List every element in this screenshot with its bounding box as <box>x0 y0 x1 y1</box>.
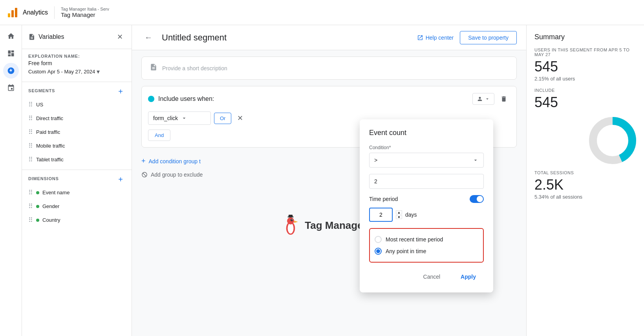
value-input[interactable] <box>369 174 484 189</box>
drag-icon: ⠿ <box>28 156 33 163</box>
svg-rect-9 <box>288 217 294 217</box>
drag-icon: ⠿ <box>28 216 33 224</box>
segments-header: SEGMENTS + <box>22 85 132 98</box>
nav-sidebar <box>0 25 22 336</box>
days-decrement-button[interactable]: ▼ <box>396 215 402 219</box>
include-count: 545 <box>534 94 636 111</box>
svg-point-4 <box>288 223 294 234</box>
help-center-button[interactable]: Help center <box>417 35 454 41</box>
drag-icon: ⠿ <box>28 189 33 196</box>
total-sessions-label: TOTAL SESSIONS <box>534 170 636 175</box>
days-value-input[interactable] <box>369 208 393 222</box>
list-item[interactable]: ⠿ Direct traffic <box>22 111 132 125</box>
list-item[interactable]: ⠿ Paid traffic <box>22 125 132 139</box>
description-placeholder: Provide a short description <box>162 65 227 71</box>
nav-reports-button[interactable] <box>3 46 19 61</box>
radio-label-most-recent: Most recent time period <box>386 236 443 243</box>
dimensions-section: DIMENSIONS + ⠿ Event name ⠿ Gender ⠿ Cou… <box>22 170 132 336</box>
time-period-toggle[interactable] <box>470 195 484 203</box>
back-button[interactable]: ← <box>141 31 156 45</box>
description-icon <box>150 63 157 73</box>
list-item[interactable]: ⠿ Mobile traffic <box>22 139 132 153</box>
users-label: USERS IN THIS SEGMENT FROM APR 5 TO MAY … <box>534 47 636 57</box>
event-count-modal: Event count Condition* > Time period ▲ ▼… <box>360 119 493 292</box>
add-condition-group-label: Add condition group t <box>149 158 201 164</box>
segment-label: Mobile traffic <box>36 143 65 149</box>
total-sessions-count: 2.5K <box>534 177 636 193</box>
drag-icon: ⠿ <box>28 203 33 210</box>
nav-segment-button[interactable] <box>3 80 19 96</box>
cancel-button[interactable]: Cancel <box>417 270 447 283</box>
or-button[interactable]: Or <box>214 113 231 124</box>
add-dimension-button[interactable]: + <box>116 175 125 184</box>
property-info: Tag Manager Italia - Serv Tag Manager <box>61 7 109 18</box>
variables-header: Variables ✕ <box>22 25 132 49</box>
dimension-color-dot <box>36 219 39 222</box>
list-item[interactable]: ⠿ US <box>22 98 132 111</box>
event-select[interactable]: form_click <box>148 111 211 125</box>
donut-chart <box>589 117 636 164</box>
segment-topbar: ← Untitled segment Help center Save to p… <box>132 25 526 50</box>
drag-icon: ⠿ <box>28 101 33 108</box>
list-item[interactable]: ⠿ Event name <box>22 186 132 199</box>
person-type-button[interactable] <box>472 93 494 105</box>
radio-most-recent[interactable]: Most recent time period <box>375 234 478 245</box>
analytics-logo-icon <box>6 6 19 19</box>
svg-point-6 <box>291 219 293 221</box>
nav-explore-button[interactable] <box>3 63 19 79</box>
include-label: Include users when: <box>158 95 468 102</box>
add-segment-button[interactable]: + <box>116 87 125 96</box>
users-pct: 2.15% of all users <box>534 76 636 82</box>
date-selector[interactable]: Custom Apr 5 - May 27, 2024 ▾ <box>28 66 125 77</box>
time-period-row: Time period <box>369 195 484 203</box>
cancel-label: Cancel <box>423 274 441 280</box>
condition-value: > <box>374 157 377 163</box>
dimension-label: Gender <box>42 203 59 209</box>
and-button[interactable]: And <box>148 130 170 141</box>
total-sessions-pct: 5.34% of all sessions <box>534 194 636 200</box>
delete-block-button[interactable] <box>498 93 510 105</box>
condition-select[interactable]: > <box>369 153 484 168</box>
close-condition-button[interactable]: ✕ <box>234 113 245 124</box>
apply-label: Apply <box>461 274 476 280</box>
variables-panel: Variables ✕ EXPLORATION NAME: Free form … <box>22 25 132 336</box>
date-type: Custom <box>28 69 46 75</box>
list-item[interactable]: ⠿ Tablet traffic <box>22 153 132 166</box>
list-item[interactable]: ⠿ Gender <box>22 199 132 213</box>
save-to-property-label: Save to property <box>468 35 509 41</box>
svg-rect-10 <box>289 215 293 217</box>
list-item[interactable]: ⠿ Country <box>22 213 132 227</box>
description-bar[interactable]: Provide a short description <box>141 57 517 80</box>
summary-panel: Summary USERS IN THIS SEGMENT FROM APR 5… <box>526 25 644 336</box>
date-range: Apr 5 - May 27, 2024 <box>48 69 95 75</box>
dimension-color-dot <box>36 191 39 194</box>
add-condition-group-button[interactable]: + Add condition group t <box>141 154 201 168</box>
modal-actions: Cancel Apply <box>369 270 484 283</box>
include-label: INCLUDE <box>534 88 636 93</box>
svg-rect-1 <box>11 10 14 17</box>
add-exclude-group-label: Add group to exclude <box>151 172 203 178</box>
apply-button[interactable]: Apply <box>453 270 484 283</box>
segment-label: US <box>36 102 43 108</box>
help-center-label: Help center <box>426 35 454 41</box>
segments-label: SEGMENTS <box>28 88 55 93</box>
modal-title: Event count <box>369 129 484 137</box>
svg-point-7 <box>292 219 293 220</box>
exploration-label: EXPLORATION NAME: <box>28 54 125 58</box>
summary-title: Summary <box>534 33 636 41</box>
condition-label: Condition* <box>369 145 484 150</box>
dimensions-label: DIMENSIONS <box>28 176 59 181</box>
radio-any-point[interactable]: Any point in time <box>375 245 478 257</box>
close-panel-button[interactable]: ✕ <box>114 31 125 42</box>
app-title: Analytics <box>23 9 48 16</box>
nav-home-button[interactable] <box>3 28 19 44</box>
add-exclude-group-button[interactable]: Add group to exclude <box>141 168 203 181</box>
segments-section: SEGMENTS + ⠿ US ⠿ Direct traffic ⠿ Paid … <box>22 82 132 170</box>
drag-icon: ⠿ <box>28 115 33 122</box>
users-count: 545 <box>534 58 636 75</box>
include-actions <box>472 93 510 105</box>
days-increment-button[interactable]: ▲ <box>396 210 402 214</box>
save-to-property-button[interactable]: Save to property <box>460 31 517 44</box>
event-name: form_click <box>153 115 178 121</box>
svg-rect-0 <box>8 13 10 17</box>
